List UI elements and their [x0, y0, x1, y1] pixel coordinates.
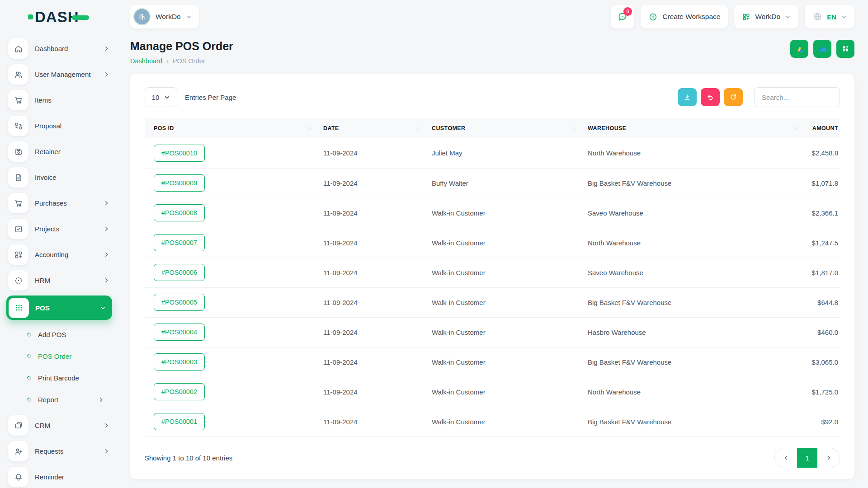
sidebar-item-requests[interactable]: Requests	[8, 441, 109, 462]
search-input[interactable]	[754, 87, 840, 107]
workspace-selector[interactable]: WorkDo	[130, 5, 199, 28]
showing-entries-text: Showing 1 to 10 of 10 entries	[145, 454, 232, 462]
page-number-current[interactable]: 1	[797, 448, 817, 468]
sidebar-item-hrm[interactable]: HRM	[8, 270, 109, 291]
sort-icon[interactable]	[307, 126, 311, 131]
download-icon	[684, 94, 691, 101]
brand-logo[interactable]: DASH	[8, 0, 109, 33]
cell-warehouse: North Warehouse	[579, 138, 800, 168]
cell-amount: $1,071.8	[800, 168, 840, 198]
chevron-right-icon	[98, 397, 104, 403]
language-selector[interactable]: EN	[805, 5, 854, 28]
users-icon	[8, 64, 28, 84]
header-amount[interactable]: AMOUNT	[800, 118, 840, 138]
pos-id-link[interactable]: #POS00010	[154, 145, 205, 162]
pos-id-link[interactable]: #POS00008	[154, 204, 205, 221]
chevron-right-icon	[104, 46, 109, 52]
submenu-item-report[interactable]: Report	[8, 389, 109, 410]
sort-icon[interactable]	[572, 126, 575, 131]
cell-date: 11-09-2024	[314, 317, 423, 347]
header-customer[interactable]: CUSTOMER	[423, 118, 579, 138]
table-header-row: POS ID DATE CUSTOMER WAREHOUSE AMOUNT	[145, 118, 840, 138]
cell-amount: $92.0	[800, 407, 840, 436]
header-date[interactable]: DATE	[314, 118, 423, 138]
sidebar-nav: Dashboard User Management Items	[8, 38, 109, 488]
pos-id-link[interactable]: #POS00006	[154, 264, 205, 281]
sidebar-item-items[interactable]: Items	[8, 89, 109, 111]
save-icon	[8, 141, 28, 162]
cell-warehouse: Saveo Warehouse	[579, 258, 800, 287]
pos-order-card: 10 Entries Per Page	[130, 74, 854, 479]
logo-accent-bar	[72, 15, 89, 20]
pos-id-link[interactable]: #POS00009	[154, 174, 205, 192]
table-row: #POS00010 11-09-2024 Juliet May North Wa…	[145, 138, 840, 168]
breadcrumb-separator-icon	[166, 57, 169, 65]
sidebar-item-crm[interactable]: CRM	[8, 415, 109, 436]
pos-id-link[interactable]: #POS00003	[154, 353, 205, 371]
topbar: WorkDo 0 Create Workspace WorkDo	[130, 0, 854, 33]
sidebar-item-reminder[interactable]: Reminder	[8, 466, 109, 488]
submenu-item-pos-order[interactable]: POS Order	[8, 345, 109, 367]
pos-id-link[interactable]: #POS00002	[154, 383, 205, 400]
refresh-button[interactable]	[724, 88, 743, 106]
export-button[interactable]	[678, 88, 697, 106]
cell-warehouse: Big Basket F&V Warehouse	[579, 407, 800, 436]
pos-id-link[interactable]: #POS00001	[154, 413, 205, 430]
submenu-item-print-barcode[interactable]: Print Barcode	[8, 367, 109, 389]
sidebar-item-proposal[interactable]: Proposal	[8, 115, 109, 136]
table-row: #POS00006 11-09-2024 Walk-in Customer Sa…	[145, 258, 840, 287]
messages-button[interactable]: 0	[611, 5, 634, 28]
cell-amount: $3,065.0	[800, 347, 840, 377]
main-area: WorkDo 0 Create Workspace WorkDo	[116, 0, 868, 488]
create-workspace-button[interactable]: Create Workspace	[641, 5, 728, 28]
sidebar-item-invoice[interactable]: Invoice	[8, 167, 109, 188]
onedrive-button[interactable]	[813, 40, 831, 58]
sidebar-item-user-management[interactable]: User Management	[8, 64, 109, 85]
cell-customer: Juliet May	[423, 138, 579, 168]
bell-icon	[8, 467, 28, 487]
chevron-right-icon	[104, 252, 109, 258]
chevron-right-icon	[104, 277, 109, 283]
sidebar-item-accounting[interactable]: Accounting	[8, 244, 109, 265]
sidebar-item-retainer[interactable]: Retainer	[8, 141, 109, 162]
table-row: #POS00005 11-09-2024 Walk-in Customer Bi…	[145, 287, 840, 317]
pos-id-link[interactable]: #POS00007	[154, 234, 205, 251]
cell-customer: Walk-in Customer	[423, 347, 579, 377]
sidebar-item-pos[interactable]: POS	[6, 296, 112, 320]
entries-per-page-select[interactable]: 10	[145, 87, 177, 107]
cell-customer: Walk-in Customer	[423, 198, 579, 228]
header-warehouse[interactable]: WAREHOUSE	[579, 118, 800, 138]
cell-date: 11-09-2024	[314, 347, 423, 377]
chevron-down-icon	[100, 305, 106, 311]
chevron-left-icon	[783, 455, 789, 461]
chevron-right-icon	[104, 422, 109, 428]
bullet-icon	[26, 353, 32, 359]
invoice-icon	[8, 167, 28, 188]
breadcrumb-dashboard-link[interactable]: Dashboard	[130, 57, 162, 65]
cart-icon	[8, 193, 28, 213]
submenu-item-add-pos[interactable]: Add POS	[8, 324, 109, 345]
header-pos-id[interactable]: POS ID	[145, 118, 314, 138]
cart-icon	[8, 90, 28, 110]
cell-warehouse: North Warehouse	[579, 228, 800, 258]
next-page-button[interactable]	[817, 448, 840, 468]
reset-button[interactable]	[701, 88, 720, 106]
prev-page-button[interactable]	[775, 448, 797, 468]
sort-icon[interactable]	[416, 126, 419, 131]
pos-id-link[interactable]: #POS00004	[154, 324, 205, 341]
cell-date: 11-09-2024	[314, 228, 423, 258]
cell-warehouse: Big Basket F&V Warehouse	[579, 347, 800, 377]
sidebar-item-purchases[interactable]: Purchases	[8, 192, 109, 214]
sort-icon[interactable]	[793, 126, 797, 131]
undo-icon	[707, 94, 714, 101]
chevron-right-icon	[104, 71, 109, 77]
grid-view-button[interactable]	[836, 40, 854, 58]
pos-id-link[interactable]: #POS00005	[154, 294, 205, 311]
sidebar-item-dashboard[interactable]: Dashboard	[8, 38, 109, 59]
app-menu-button[interactable]: WorkDo	[734, 5, 798, 28]
bullet-icon	[26, 397, 32, 403]
sidebar-item-projects[interactable]: Projects	[8, 218, 109, 239]
cell-amount: $1,817.0	[800, 258, 840, 287]
cell-amount: $2,366.1	[800, 198, 840, 228]
google-drive-button[interactable]	[790, 40, 808, 58]
